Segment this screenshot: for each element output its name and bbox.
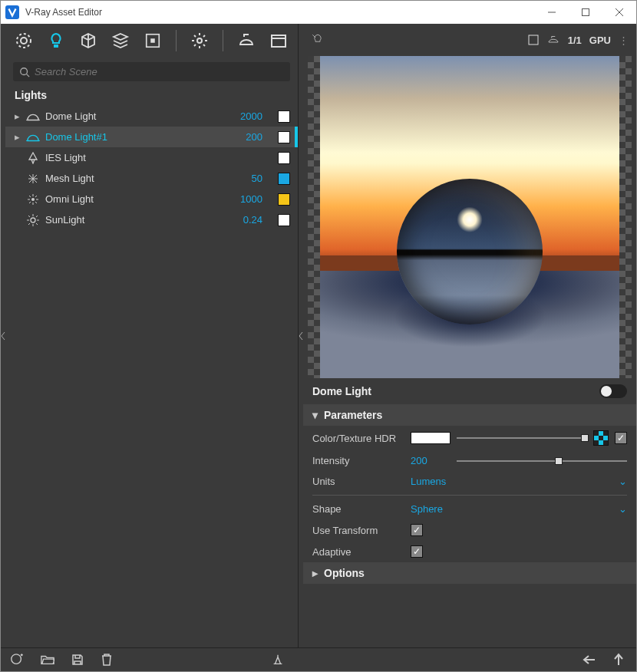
- light-row[interactable]: Omni Light1000: [5, 189, 298, 209]
- chevron-down-icon: ⌄: [619, 503, 627, 515]
- color-swatch[interactable]: [411, 432, 451, 444]
- preview-engine[interactable]: GPU: [589, 35, 611, 46]
- intensity-slider[interactable]: [457, 456, 627, 466]
- light-swatch[interactable]: [278, 193, 290, 206]
- chevron-right-icon: ▸: [312, 567, 318, 579]
- light-row[interactable]: IES Light: [5, 147, 298, 168]
- left-panel: Lights ▸Dome Light2000▸Dome Light#1200IE…: [5, 24, 299, 647]
- options-section-header[interactable]: ▸ Options: [303, 562, 636, 584]
- svg-rect-19: [529, 35, 538, 44]
- svg-point-20: [12, 654, 21, 664]
- light-value: 0.24: [226, 214, 262, 226]
- svg-point-16: [31, 198, 35, 201]
- svg-point-6: [21, 38, 27, 44]
- ies-light-icon: [25, 152, 41, 164]
- square-icon[interactable]: [528, 35, 539, 45]
- footer: [1, 647, 636, 671]
- close-button[interactable]: [602, 1, 636, 24]
- dome-light-icon: [25, 132, 41, 143]
- units-row[interactable]: Units Lumens ⌄: [303, 471, 636, 492]
- shape-value: Sphere: [411, 503, 443, 515]
- svg-rect-2: [583, 9, 589, 16]
- expand-caret[interactable]: ▸: [13, 131, 21, 143]
- light-swatch[interactable]: [278, 173, 290, 185]
- enable-toggle[interactable]: [599, 384, 627, 398]
- search-icon: [19, 67, 30, 77]
- teapot-icon[interactable]: [546, 35, 560, 45]
- render-icon[interactable]: [234, 28, 259, 53]
- add-icon[interactable]: [10, 653, 24, 667]
- color-texture-label: Color/Texture HDR: [312, 433, 404, 444]
- light-row[interactable]: ▸Dome Light#1200: [5, 127, 298, 147]
- minimize-button[interactable]: [535, 1, 569, 24]
- preview-sphere: [397, 179, 543, 324]
- svg-point-5: [17, 34, 31, 48]
- light-swatch[interactable]: [278, 131, 290, 143]
- mesh-light-icon: [25, 173, 41, 185]
- intensity-label: Intensity: [312, 455, 404, 466]
- window-title: V-Ray Asset Editor: [25, 7, 102, 18]
- light-row[interactable]: ▸Dome Light2000: [5, 106, 298, 127]
- svg-rect-8: [150, 38, 155, 43]
- intensity-value[interactable]: 200: [411, 455, 451, 466]
- texture-checker-button[interactable]: [593, 430, 609, 446]
- back-icon[interactable]: [583, 654, 596, 665]
- chevron-down-icon: ⌄: [619, 476, 627, 487]
- units-value: Lumens: [411, 476, 446, 487]
- selected-light-title: Dome Light: [312, 385, 371, 397]
- adaptive-checkbox[interactable]: [411, 545, 423, 558]
- svg-point-12: [21, 68, 28, 74]
- open-icon[interactable]: [41, 654, 54, 666]
- options-label: Options: [324, 567, 365, 579]
- light-name: Mesh Light: [45, 173, 221, 184]
- use-transform-checkbox[interactable]: [411, 524, 423, 536]
- titlebar: V-Ray Asset Editor: [1, 1, 636, 24]
- lights-list: ▸Dome Light2000▸Dome Light#1200IES Light…: [5, 106, 298, 647]
- lights-tab-icon[interactable]: [44, 28, 68, 53]
- color-texture-checkbox[interactable]: [615, 432, 627, 444]
- layers-tab-icon[interactable]: [108, 28, 133, 53]
- units-label: Units: [312, 476, 404, 487]
- preview-viewport: [308, 56, 632, 378]
- preview-fraction[interactable]: 1/1: [568, 35, 582, 46]
- delete-icon[interactable]: [101, 653, 113, 667]
- shape-label: Shape: [312, 503, 404, 515]
- light-swatch[interactable]: [278, 110, 290, 123]
- up-icon[interactable]: [613, 653, 624, 667]
- checker-right: [619, 56, 632, 378]
- isolate-icon[interactable]: [311, 33, 325, 47]
- shape-row[interactable]: Shape Sphere ⌄: [303, 499, 636, 519]
- light-row[interactable]: Mesh Light50: [5, 168, 298, 189]
- preview-menu-icon[interactable]: ⋮: [619, 35, 629, 46]
- purge-icon[interactable]: [271, 653, 285, 667]
- svg-point-17: [31, 218, 35, 222]
- toolbar-separator: [176, 30, 177, 51]
- textures-tab-icon[interactable]: [140, 28, 165, 53]
- left-collapse-handle[interactable]: [1, 24, 5, 647]
- expand-caret[interactable]: ▸: [13, 110, 21, 122]
- maximize-button[interactable]: [569, 1, 602, 24]
- search-input[interactable]: [35, 66, 284, 77]
- parameters-section-header[interactable]: ▾ Parameters: [303, 404, 636, 426]
- svg-rect-10: [272, 35, 285, 47]
- panel-splitter[interactable]: [299, 24, 303, 647]
- light-swatch[interactable]: [278, 152, 290, 164]
- category-header: Lights: [5, 84, 298, 106]
- color-slider[interactable]: [457, 433, 587, 443]
- materials-tab-icon[interactable]: [12, 28, 36, 53]
- settings-icon[interactable]: [187, 28, 212, 53]
- properties-panel: Dome Light ▾ Parameters Color/Texture HD…: [303, 378, 636, 647]
- geometry-tab-icon[interactable]: [76, 28, 101, 53]
- light-name: IES Light: [45, 152, 221, 163]
- dome-light-icon: [25, 111, 41, 122]
- right-panel: 1/1 GPU ⋮: [303, 24, 636, 647]
- left-toolbar: [5, 24, 303, 58]
- frame-buffer-icon[interactable]: [266, 28, 291, 53]
- light-row[interactable]: SunLight0.24: [5, 209, 298, 230]
- save-icon[interactable]: [71, 654, 84, 666]
- use-transform-label: Use Transform: [312, 525, 404, 536]
- light-swatch[interactable]: [278, 214, 290, 226]
- search-field[interactable]: [13, 62, 290, 81]
- app-icon: [5, 5, 19, 19]
- parameters-label: Parameters: [324, 409, 382, 421]
